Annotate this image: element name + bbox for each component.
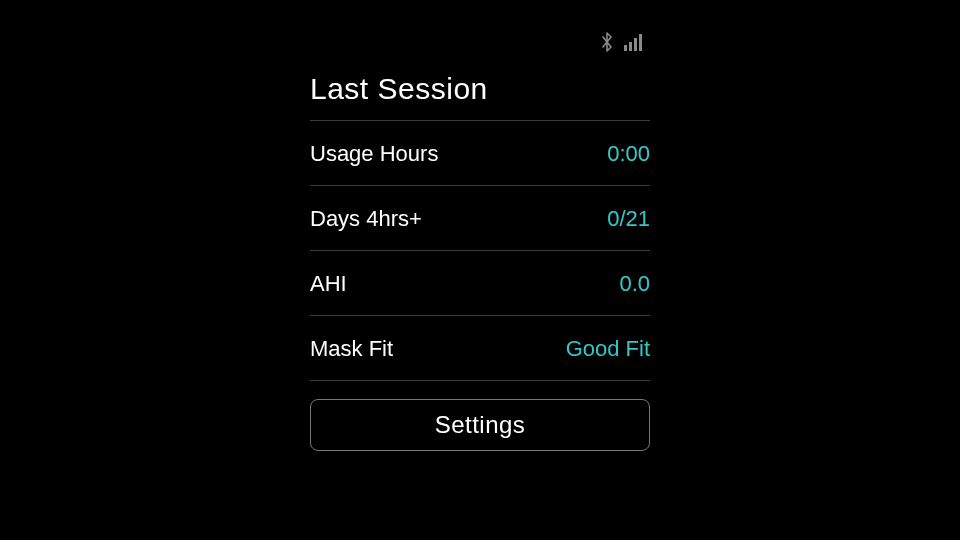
metric-label: Usage Hours bbox=[310, 141, 438, 167]
bluetooth-icon bbox=[600, 32, 614, 52]
settings-button[interactable]: Settings bbox=[310, 399, 650, 451]
metric-value: 0/21 bbox=[607, 206, 650, 232]
status-bar bbox=[310, 30, 650, 54]
svg-rect-2 bbox=[634, 38, 637, 51]
metric-value: Good Fit bbox=[566, 336, 650, 362]
metric-row-usage-hours: Usage Hours 0:00 bbox=[310, 121, 650, 186]
metric-value: 0.0 bbox=[619, 271, 650, 297]
settings-button-label: Settings bbox=[435, 411, 526, 439]
metric-label: AHI bbox=[310, 271, 347, 297]
metric-value: 0:00 bbox=[607, 141, 650, 167]
svg-rect-1 bbox=[629, 42, 632, 51]
metric-row-mask-fit: Mask Fit Good Fit bbox=[310, 316, 650, 381]
metric-row-ahi: AHI 0.0 bbox=[310, 251, 650, 316]
svg-rect-0 bbox=[624, 45, 627, 51]
signal-icon bbox=[624, 33, 646, 51]
metric-label: Mask Fit bbox=[310, 336, 393, 362]
page-title: Last Session bbox=[310, 72, 650, 121]
device-screen: Last Session Usage Hours 0:00 Days 4hrs+… bbox=[310, 0, 650, 451]
metric-row-days-4hrs: Days 4hrs+ 0/21 bbox=[310, 186, 650, 251]
svg-rect-3 bbox=[639, 34, 642, 51]
metric-label: Days 4hrs+ bbox=[310, 206, 422, 232]
